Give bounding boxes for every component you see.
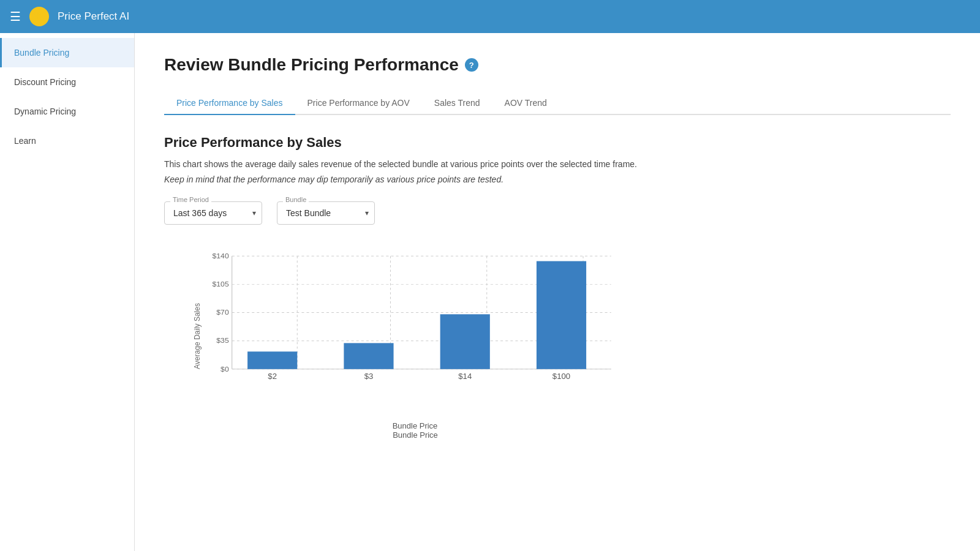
tab-bar: Price Performance by Sales Price Perform…	[164, 92, 951, 115]
chart-container: Average Daily Sales $0	[164, 244, 630, 428]
sidebar: Bundle Pricing Discount Pricing Dynamic …	[0, 33, 135, 551]
time-period-select[interactable]: Last 365 days Last 30 days Last 90 days …	[164, 201, 262, 225]
bar-3	[440, 314, 490, 369]
time-period-wrapper: Time Period Last 365 days Last 30 days L…	[164, 201, 262, 225]
svg-text:$0: $0	[221, 365, 229, 372]
section-description: This chart shows the average daily sales…	[164, 158, 951, 171]
bar-2	[344, 343, 393, 369]
bundle-wrapper: Bundle Test Bundle Bundle A Bundle B ▾	[277, 201, 375, 225]
main-layout: Bundle Pricing Discount Pricing Dynamic …	[0, 0, 980, 551]
chart-y-label: Average Daily Sales	[193, 303, 202, 369]
page-title-row: Review Bundle Pricing Performance ?	[164, 55, 951, 75]
x-axis-label-text: Bundle Price	[201, 430, 630, 440]
sidebar-item-dynamic-pricing[interactable]: Dynamic Pricing	[0, 97, 134, 126]
section-title: Price Performance by Sales	[164, 135, 951, 151]
tab-price-by-aov[interactable]: Price Performance by AOV	[295, 92, 422, 115]
chart-svg: $0 $35 $70 $105 $140 $2 $3 $14 $100	[201, 250, 624, 397]
section-note: Keep in mind that the performance may di…	[164, 174, 951, 184]
menu-icon[interactable]: ☰	[10, 9, 21, 24]
tab-price-by-sales[interactable]: Price Performance by Sales	[164, 92, 295, 115]
page-title: Review Bundle Pricing Performance	[164, 55, 459, 75]
help-icon[interactable]: ?	[465, 58, 478, 72]
svg-text:$14: $14	[458, 373, 472, 381]
svg-text:$100: $100	[552, 373, 570, 381]
tab-aov-trend[interactable]: AOV Trend	[492, 92, 559, 115]
main-content: Review Bundle Pricing Performance ? Pric…	[135, 33, 980, 551]
svg-text:$3: $3	[364, 373, 374, 381]
svg-text:$70: $70	[216, 309, 229, 316]
svg-text:$35: $35	[216, 337, 228, 344]
bar-1	[247, 351, 297, 369]
time-period-label: Time Period	[170, 196, 211, 203]
sidebar-item-bundle-pricing[interactable]: Bundle Pricing	[0, 38, 134, 67]
svg-text:$140: $140	[213, 252, 230, 259]
controls-row: Time Period Last 365 days Last 30 days L…	[164, 201, 951, 225]
bundle-select[interactable]: Test Bundle Bundle A Bundle B	[277, 201, 375, 225]
sidebar-item-discount-pricing[interactable]: Discount Pricing	[0, 67, 134, 97]
svg-text:$105: $105	[213, 280, 229, 288]
bar-4	[537, 261, 586, 369]
svg-text:$2: $2	[268, 373, 277, 381]
app-header: ☰ Price Perfect AI	[0, 0, 980, 33]
chart-x-label: Bundle Price	[393, 421, 438, 430]
bundle-label: Bundle	[283, 196, 309, 203]
header-title: Price Perfect AI	[58, 10, 129, 23]
svg-point-1	[38, 13, 45, 20]
tab-sales-trend[interactable]: Sales Trend	[422, 92, 492, 115]
app-logo	[29, 7, 49, 26]
sidebar-item-learn[interactable]: Learn	[0, 126, 134, 156]
